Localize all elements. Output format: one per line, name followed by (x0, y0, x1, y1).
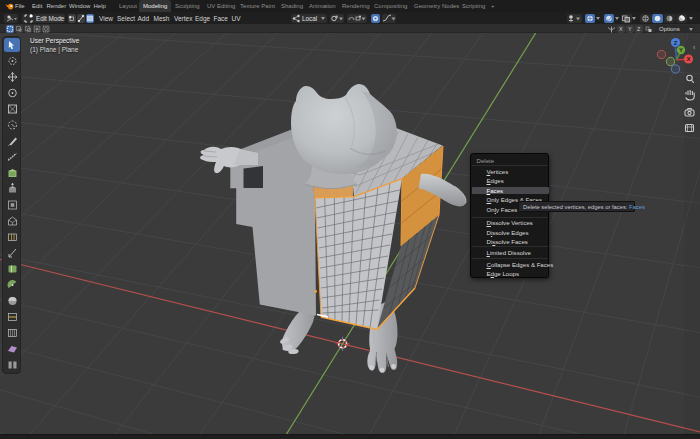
svg-text:Y: Y (679, 47, 683, 53)
svg-text:Z: Z (674, 40, 678, 46)
svg-text:X: X (686, 56, 690, 62)
